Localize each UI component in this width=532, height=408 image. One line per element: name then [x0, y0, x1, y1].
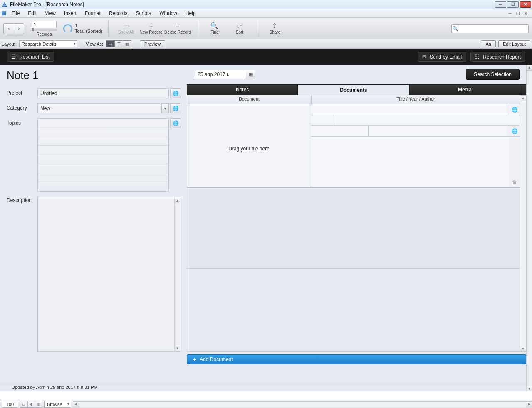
doc-year-input[interactable] [311, 115, 334, 125]
description-scrollbar[interactable]: ▲ ▼ [174, 197, 180, 351]
scroll-up-icon: ▲ [527, 65, 532, 71]
sort-icon: ↓↑ [236, 22, 243, 29]
search-icon: 🔍 [452, 25, 459, 33]
menu-edit[interactable]: Edit [24, 10, 41, 17]
related-panel: Notes Documents Media Document Title / Y… [181, 84, 526, 391]
description-label: Description [7, 197, 34, 387]
menu-scripts[interactable]: Scripts [132, 10, 156, 17]
mdi-restore-button[interactable]: ❐ [515, 11, 521, 16]
menu-view[interactable]: View [41, 10, 60, 17]
list-icon: ☰ [11, 54, 16, 60]
topics-list[interactable] [37, 118, 169, 192]
doc-delete-button[interactable]: 🗑 [509, 137, 520, 187]
tab-documents[interactable]: Documents [298, 84, 409, 95]
doc-title-lookup[interactable]: 🌐 [509, 104, 520, 115]
find-icon: 🔍 [211, 22, 218, 29]
layout-value: Research Details [22, 42, 57, 47]
mdi-close-button[interactable]: ✕ [522, 11, 529, 16]
record-number-block: Records [32, 21, 57, 37]
tab-media[interactable]: Media [409, 84, 520, 95]
doc-title-input[interactable] [311, 104, 509, 115]
zoom-out-button[interactable]: ▭ [20, 401, 27, 408]
research-list-button[interactable]: ☰ Research List [7, 52, 54, 62]
globe-icon: 🌐 [173, 106, 179, 111]
documents-scrollbar[interactable]: ▲ ▼ [520, 95, 526, 352]
window-close-button[interactable]: ✕ [520, 1, 531, 8]
add-document-button[interactable]: + Add Document [187, 354, 526, 364]
delete-record-icon: － [174, 22, 181, 29]
zoom-level[interactable]: 100 [2, 401, 18, 408]
menu-help[interactable]: Help [181, 10, 200, 17]
view-form-button[interactable]: ▭ [106, 41, 114, 47]
view-as-label: View As: [86, 42, 103, 47]
quick-find-input[interactable] [459, 26, 528, 31]
category-input[interactable] [37, 103, 160, 113]
project-label: Project [7, 88, 34, 96]
search-selection-button[interactable]: Search Selection [466, 69, 520, 80]
share-icon: ⇧ [271, 22, 279, 29]
plus-icon: + [193, 356, 196, 363]
main-vertical-scrollbar[interactable]: ▲ ▼ [526, 65, 532, 391]
window-minimize-button[interactable]: ─ [495, 1, 506, 8]
menu-bar: File Edit View Insert Format Records Scr… [0, 9, 532, 18]
doc-author-input[interactable] [311, 126, 369, 136]
layout-label: Layout: [2, 42, 17, 47]
scroll-right-icon: ▶ [526, 402, 532, 407]
topics-lookup-button[interactable]: 🌐 [170, 118, 181, 128]
research-report-button[interactable]: ☷ Research Report [470, 52, 525, 62]
delete-record-button[interactable]: － Delete Record [164, 22, 191, 34]
doc-author2-input[interactable] [369, 126, 509, 136]
category-lookup-button[interactable]: 🌐 [170, 103, 181, 113]
doc-extra-input[interactable] [334, 115, 520, 125]
scroll-down-icon: ▼ [175, 345, 180, 351]
window-titlebar: FileMaker Pro - [Research Notes] ─ ☐ ✕ [0, 0, 532, 9]
project-lookup-button[interactable]: 🌐 [170, 88, 181, 98]
content-area: Note 1 ▦ Search Selection Project [0, 65, 526, 391]
project-input[interactable] [37, 88, 169, 98]
view-list-button[interactable]: ☰ [114, 41, 123, 47]
chevron-down-icon: ▼ [163, 107, 167, 111]
layout-selector[interactable]: Research Details ▼ [19, 40, 77, 47]
new-record-button[interactable]: ＋ New Record [139, 22, 163, 34]
record-number-input[interactable] [32, 21, 57, 28]
menu-records[interactable]: Records [105, 10, 132, 17]
date-input[interactable] [195, 70, 246, 79]
document-drop-zone[interactable]: Drag your file here [187, 104, 311, 187]
horizontal-scrollbar[interactable]: ◀ ▶ [73, 401, 532, 407]
preview-button[interactable]: Preview [140, 40, 165, 47]
description-textarea[interactable]: ▲ ▼ [37, 197, 181, 352]
menu-window[interactable]: Window [155, 10, 181, 17]
edit-layout-button[interactable]: Edit Layout [498, 40, 530, 47]
send-by-email-button[interactable]: ✉ Send by Email [418, 52, 466, 62]
mdi-minimize-button[interactable]: ─ [507, 11, 513, 16]
share-button[interactable]: ⇧ Share [263, 22, 287, 34]
window-maximize-button[interactable]: ☐ [507, 1, 519, 8]
category-dropdown-button[interactable]: ▼ [161, 103, 169, 113]
records-label: Records [36, 32, 52, 37]
prev-record-button[interactable]: ‹ [4, 24, 14, 34]
globe-icon: 🌐 [173, 120, 179, 126]
category-label: Category [7, 103, 34, 111]
formatting-bar-toggle[interactable]: Aa [481, 40, 495, 47]
doc-author-lookup[interactable]: 🌐 [509, 126, 520, 136]
toolbar-toggle-button[interactable]: ▥ [35, 401, 42, 408]
doc-notes-input[interactable] [311, 137, 509, 187]
view-table-button[interactable]: ▦ [123, 41, 131, 47]
menu-format[interactable]: Format [81, 10, 105, 17]
quick-find[interactable]: 🔍 [451, 24, 529, 33]
globe-icon: 🌐 [512, 107, 518, 113]
next-record-button[interactable]: › [14, 24, 24, 34]
calendar-button[interactable]: ▦ [246, 70, 255, 79]
menu-insert[interactable]: Insert [60, 10, 81, 17]
tab-notes[interactable]: Notes [187, 84, 298, 95]
show-all-button[interactable]: ▭ Show All [114, 22, 138, 34]
zoom-in-button[interactable]: ✚ [27, 401, 35, 408]
record-slider[interactable] [32, 29, 57, 31]
menu-file[interactable]: File [7, 10, 24, 17]
scroll-down-icon: ▼ [527, 386, 532, 391]
sort-button[interactable]: ↓↑ Sort [228, 22, 251, 34]
mode-selector[interactable]: Browse [44, 401, 71, 408]
scroll-up-icon: ▲ [520, 96, 526, 101]
report-icon: ☷ [475, 54, 480, 60]
find-button[interactable]: 🔍 Find [203, 22, 226, 34]
